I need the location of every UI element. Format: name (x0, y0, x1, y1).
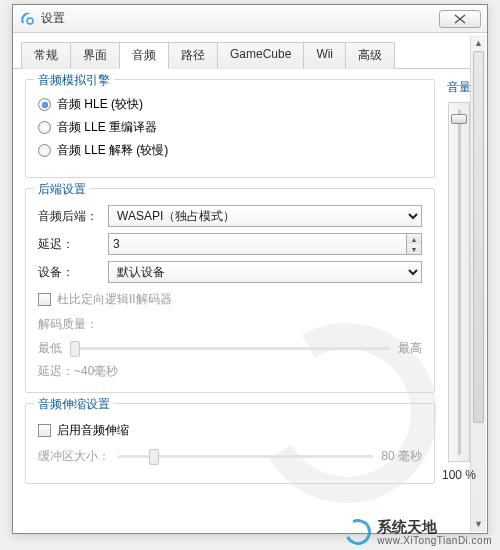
radio-hle[interactable] (38, 98, 51, 111)
buffer-label: 缓冲区大小： (38, 448, 110, 465)
quality-low-label: 最低 (38, 340, 62, 357)
watermark-line2: www.XiTongTianDi.com (377, 535, 492, 546)
latency-spin-down[interactable]: ▼ (407, 244, 421, 254)
group-backend: 后端设置 音频后端： WASAPI（独占模式） 延迟： ▲ ▼ (25, 188, 435, 393)
volume-label: 音量 (447, 79, 471, 96)
radio-row-lle-recompiler[interactable]: 音频 LLE 重编译器 (38, 119, 422, 136)
tab-gamecube[interactable]: GameCube (217, 42, 304, 69)
enable-stretch-checkbox[interactable] (38, 424, 51, 437)
tab-interface[interactable]: 界面 (70, 42, 120, 69)
tab-wii[interactable]: Wii (303, 42, 346, 69)
latency-spin-up[interactable]: ▲ (407, 234, 421, 244)
group-title-stretch: 音频伸缩设置 (34, 396, 114, 413)
dolby-label: 杜比定向逻辑II解码器 (57, 291, 172, 308)
tab-audio[interactable]: 音频 (119, 42, 169, 69)
scroll-up-icon[interactable]: ▲ (471, 35, 486, 51)
quality-high-label: 最高 (398, 340, 422, 357)
device-select[interactable]: 默认设备 (108, 261, 422, 283)
svg-point-0 (27, 18, 33, 24)
latency-label: 延迟： (38, 236, 102, 253)
app-logo-icon (19, 11, 35, 27)
settings-window: 设置 常规 界面 音频 路径 GameCube Wii 高级 音频模拟引擎 音频… (12, 4, 488, 534)
group-title-backend: 后端设置 (34, 181, 90, 198)
radio-lle-interpreter[interactable] (38, 144, 51, 157)
latency-note: 延迟：~40毫秒 (38, 363, 422, 380)
radio-lle-recompiler[interactable] (38, 121, 51, 134)
group-title-engine: 音频模拟引擎 (34, 72, 114, 89)
tab-advanced[interactable]: 高级 (345, 42, 395, 69)
quality-slider (70, 339, 390, 357)
radio-row-hle[interactable]: 音频 HLE (较快) (38, 96, 422, 113)
volume-percent: 100 % (442, 468, 476, 482)
buffer-slider (118, 447, 373, 465)
window-title: 设置 (41, 10, 439, 27)
radio-lle-recompiler-label: 音频 LLE 重编译器 (57, 119, 157, 136)
dolby-checkbox (38, 293, 51, 306)
titlebar: 设置 (13, 5, 487, 33)
latency-spinner: ▲ ▼ (406, 233, 422, 255)
tab-general[interactable]: 常规 (21, 42, 71, 69)
group-emulation-engine: 音频模拟引擎 音频 HLE (较快) 音频 LLE 重编译器 音频 LLE 解释… (25, 79, 435, 178)
enable-stretch-label: 启用音频伸缩 (57, 422, 129, 439)
backend-select[interactable]: WASAPI（独占模式） (108, 205, 422, 227)
radio-row-lle-interpreter[interactable]: 音频 LLE 解释 (较慢) (38, 142, 422, 159)
quality-label: 解码质量： (38, 316, 422, 333)
close-button[interactable] (439, 10, 481, 28)
close-icon (454, 14, 466, 24)
group-stretch: 音频伸缩设置 启用音频伸缩 缓冲区大小： 80 毫秒 (25, 403, 435, 484)
tab-content: 音频模拟引擎 音频 HLE (较快) 音频 LLE 重编译器 音频 LLE 解释… (13, 69, 487, 533)
device-label: 设备： (38, 264, 102, 281)
tab-paths[interactable]: 路径 (168, 42, 218, 69)
volume-slider[interactable] (448, 102, 470, 462)
tab-bar: 常规 界面 音频 路径 GameCube Wii 高级 (13, 33, 487, 69)
dolby-row: 杜比定向逻辑II解码器 (38, 291, 422, 308)
buffer-value: 80 毫秒 (381, 448, 422, 465)
latency-input[interactable] (108, 233, 406, 255)
backend-label: 音频后端： (38, 208, 102, 225)
radio-hle-label: 音频 HLE (较快) (57, 96, 143, 113)
radio-lle-interpreter-label: 音频 LLE 解释 (较慢) (57, 142, 168, 159)
